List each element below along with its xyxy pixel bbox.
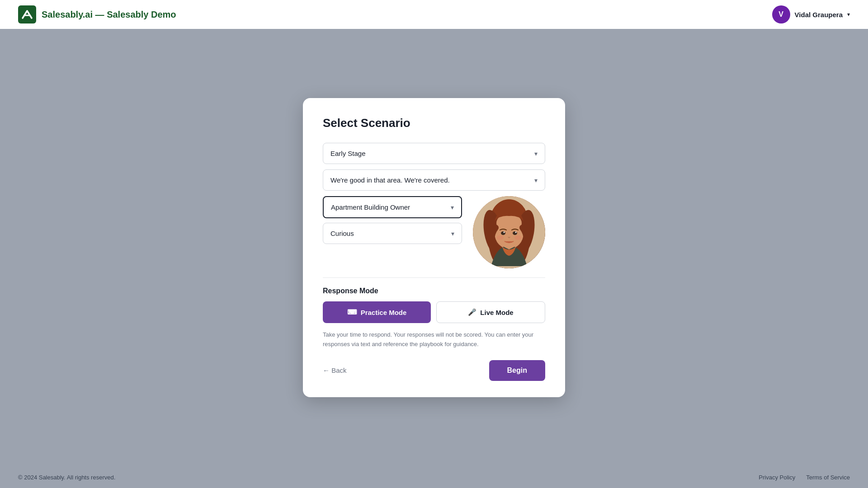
objection-dropdown-chevron-icon: ▾ <box>534 177 538 184</box>
objection-dropdown-value: We're good in that area. We're covered. <box>330 176 450 184</box>
persona-image-container <box>473 196 545 268</box>
divider <box>323 277 545 278</box>
header-title: Salesably.ai — Salesably Demo <box>42 9 176 20</box>
response-mode-label: Response Mode <box>323 287 545 295</box>
stage-dropdown-value: Early Stage <box>330 150 366 157</box>
user-avatar[interactable]: V <box>772 5 790 23</box>
persona-portrait-svg <box>473 196 545 268</box>
back-button[interactable]: ← Back <box>323 366 347 374</box>
main-content: Select Scenario Early Stage ▾ We're good… <box>0 29 868 466</box>
header-right: V Vidal Graupera ▾ <box>772 5 850 23</box>
keyboard-icon: ⌨ <box>347 308 357 316</box>
practice-mode-button[interactable]: ⌨ Practice Mode <box>323 301 431 323</box>
page-footer: © 2024 Salesably. All rights reserved. P… <box>0 466 868 488</box>
tone-dropdown-chevron-icon: ▾ <box>451 230 454 237</box>
svg-point-11 <box>515 232 517 233</box>
modal-title: Select Scenario <box>323 116 545 130</box>
mode-buttons: ⌨ Practice Mode 🎤 Live Mode <box>323 301 545 323</box>
persona-avatar <box>473 196 545 268</box>
svg-point-13 <box>514 235 522 240</box>
tone-dropdown[interactable]: Curious ▾ <box>323 223 462 244</box>
live-mode-label: Live Mode <box>480 309 513 316</box>
objection-dropdown[interactable]: We're good in that area. We're covered. … <box>323 169 545 191</box>
select-scenario-modal: Select Scenario Early Stage ▾ We're good… <box>303 98 565 397</box>
mode-description: Take your time to respond. Your response… <box>323 330 545 349</box>
svg-point-12 <box>496 235 504 240</box>
privacy-policy-link[interactable]: Privacy Policy <box>759 474 795 481</box>
svg-point-9 <box>513 231 517 235</box>
svg-point-8 <box>501 231 505 235</box>
avatar-initial: V <box>778 10 783 19</box>
stage-dropdown-chevron-icon: ▾ <box>534 150 538 157</box>
stage-dropdown[interactable]: Early Stage ▾ <box>323 143 545 164</box>
persona-section: Apartment Building Owner ▾ Curious ▾ <box>323 196 545 268</box>
begin-button[interactable]: Begin <box>489 360 545 381</box>
persona-dropdowns: Apartment Building Owner ▾ Curious ▾ <box>323 196 462 244</box>
user-menu-chevron-icon[interactable]: ▾ <box>847 11 850 18</box>
practice-mode-label: Practice Mode <box>361 309 407 316</box>
header: Salesably.ai — Salesably Demo V Vidal Gr… <box>0 0 868 29</box>
footer-copyright: © 2024 Salesably. All rights reserved. <box>18 474 115 481</box>
svg-point-10 <box>504 232 505 233</box>
modal-footer: ← Back Begin <box>323 360 545 381</box>
footer-links: Privacy Policy Terms of Service <box>759 474 850 481</box>
microphone-icon: 🎤 <box>468 308 476 316</box>
persona-dropdown-value: Apartment Building Owner <box>331 203 410 211</box>
header-left: Salesably.ai — Salesably Demo <box>18 5 176 23</box>
user-name: Vidal Graupera <box>795 11 843 19</box>
salesably-logo-icon <box>18 5 36 23</box>
live-mode-button[interactable]: 🎤 Live Mode <box>436 301 545 323</box>
persona-dropdown-chevron-icon: ▾ <box>451 204 454 211</box>
tone-dropdown-value: Curious <box>330 230 354 237</box>
terms-of-service-link[interactable]: Terms of Service <box>806 474 850 481</box>
svg-rect-0 <box>18 5 36 23</box>
persona-dropdown[interactable]: Apartment Building Owner ▾ <box>323 196 462 218</box>
